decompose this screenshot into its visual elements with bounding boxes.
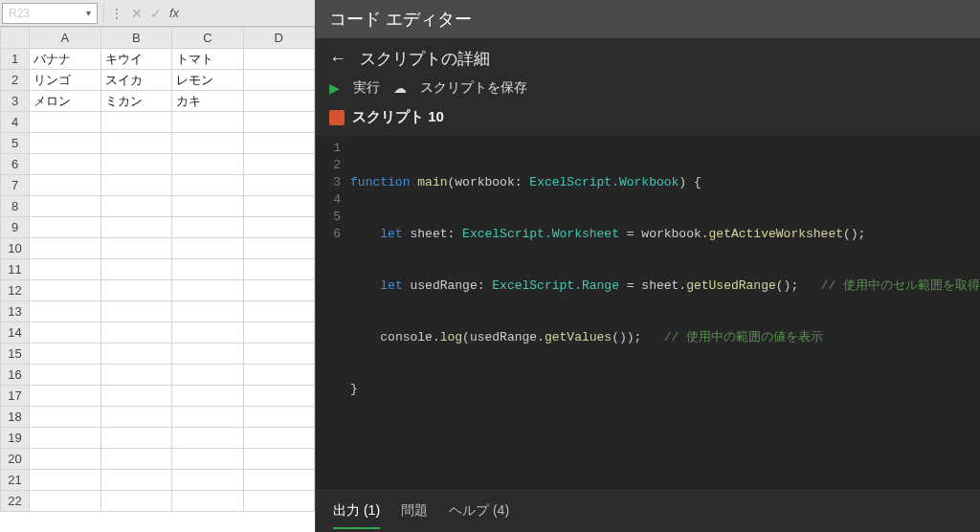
cell[interactable]: リンゴ [30,70,100,91]
cell[interactable] [30,449,100,470]
cell[interactable] [172,112,243,133]
cell[interactable] [172,407,243,428]
cell[interactable]: トマト [172,49,243,70]
cell[interactable] [243,344,315,365]
cell[interactable] [172,470,243,491]
cell[interactable] [30,133,100,154]
cell[interactable] [172,217,243,238]
row-header[interactable]: 2 [1,70,30,91]
cell[interactable] [100,407,171,428]
cell[interactable] [30,386,100,407]
row-header[interactable]: 22 [1,491,30,512]
cell[interactable] [243,196,315,217]
cell[interactable] [172,449,243,470]
cell[interactable] [172,280,243,301]
row-header[interactable]: 7 [1,175,30,196]
cell[interactable] [172,133,243,154]
cell[interactable] [243,407,315,428]
corner-cell[interactable] [1,28,30,49]
cell[interactable] [243,91,315,112]
row-header[interactable]: 21 [1,470,30,491]
cell[interactable] [243,133,315,154]
row-header[interactable]: 17 [1,386,30,407]
row-header[interactable]: 11 [1,259,30,280]
row-header[interactable]: 16 [1,365,30,386]
cell[interactable] [172,344,243,365]
cell[interactable] [100,449,171,470]
cell[interactable] [30,344,100,365]
cell[interactable] [100,217,171,238]
cell[interactable] [243,470,315,491]
cell[interactable] [100,196,171,217]
col-header[interactable]: C [172,28,243,49]
tab-output[interactable]: 出力 (1) [333,502,380,529]
cell[interactable] [243,217,315,238]
code-body[interactable]: function main(workbook: ExcelScript.Work… [350,140,980,484]
cell[interactable]: レモン [172,70,243,91]
cell[interactable] [172,238,243,259]
cell[interactable] [172,154,243,175]
cell[interactable] [243,112,315,133]
cell[interactable] [243,322,315,344]
grid[interactable]: ABCD1バナナキウイトマト2リンゴスイカレモン3メロンミカンカキ4567891… [0,27,315,532]
run-icon[interactable]: ▶ [329,80,340,96]
row-header[interactable]: 8 [1,196,30,217]
more-icon[interactable]: ⋮ [110,6,123,21]
cell[interactable] [30,407,100,428]
cell[interactable] [243,491,315,512]
cell[interactable] [172,301,243,322]
row-header[interactable]: 19 [1,428,30,449]
confirm-icon[interactable]: ✓ [150,6,162,21]
cell[interactable] [30,196,100,217]
cell[interactable] [243,259,315,280]
name-box[interactable]: R23 ▾ [2,3,98,24]
row-header[interactable]: 10 [1,238,30,259]
cell[interactable] [100,491,171,512]
cell[interactable] [30,365,100,386]
row-header[interactable]: 13 [1,301,30,322]
row-header[interactable]: 12 [1,280,30,301]
row-header[interactable]: 1 [1,49,30,70]
cell[interactable] [172,365,243,386]
cell[interactable] [100,175,171,196]
run-label[interactable]: 実行 [353,79,380,97]
cell[interactable] [243,365,315,386]
save-label[interactable]: スクリプトを保存 [420,79,527,97]
cell[interactable] [30,428,100,449]
cell[interactable] [30,470,100,491]
cell[interactable] [30,154,100,175]
cell[interactable] [30,491,100,512]
sheet-table[interactable]: ABCD1バナナキウイトマト2リンゴスイカレモン3メロンミカンカキ4567891… [0,27,315,512]
fx-icon[interactable]: fx [169,6,179,20]
row-header[interactable]: 15 [1,344,30,365]
col-header[interactable]: A [30,28,100,49]
cell[interactable] [243,449,315,470]
cell[interactable] [243,49,315,70]
cell[interactable]: バナナ [30,49,100,70]
row-header[interactable]: 14 [1,322,30,344]
cell[interactable] [100,365,171,386]
cell[interactable] [172,196,243,217]
cell[interactable] [30,238,100,259]
cell[interactable] [100,344,171,365]
script-name[interactable]: スクリプト 10 [352,108,444,126]
cell[interactable] [30,322,100,344]
cell[interactable] [172,386,243,407]
cell[interactable] [243,428,315,449]
back-arrow-icon[interactable]: ← [329,49,346,69]
cell[interactable] [30,175,100,196]
cell[interactable] [172,322,243,344]
cell[interactable]: キウイ [100,49,171,70]
cell[interactable] [243,175,315,196]
cell[interactable] [100,133,171,154]
cell[interactable]: スイカ [100,70,171,91]
cell[interactable] [100,259,171,280]
cell[interactable] [243,70,315,91]
cloud-save-icon[interactable]: ☁ [393,80,407,96]
cell[interactable] [30,280,100,301]
cell[interactable] [172,491,243,512]
cell[interactable] [243,386,315,407]
cell[interactable] [172,428,243,449]
cell[interactable] [243,238,315,259]
cell[interactable] [100,112,171,133]
